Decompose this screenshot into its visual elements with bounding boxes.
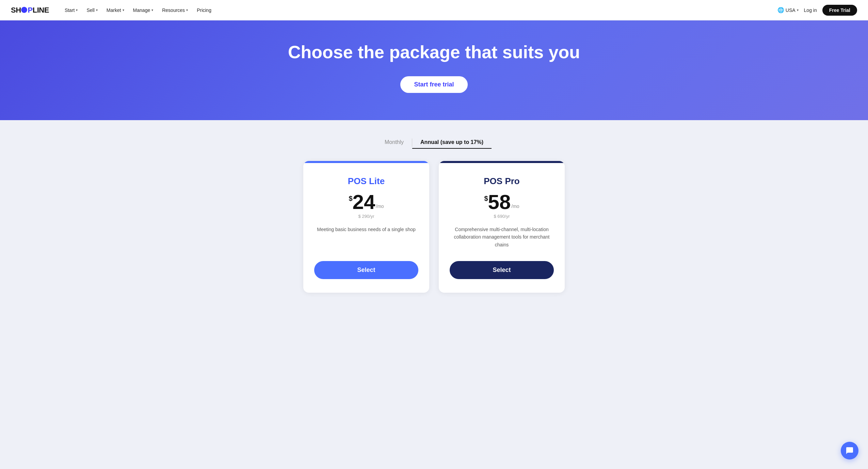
nav-sell[interactable]: Sell ▾ — [83, 5, 101, 15]
nav-start[interactable]: Start ▾ — [61, 5, 81, 15]
plan-pro-description: Comprehensive multi-channel, multi-locat… — [450, 226, 554, 250]
plan-lite-price: 24 — [353, 192, 375, 212]
nav-manage[interactable]: Manage ▾ — [130, 5, 157, 15]
plans-grid: POS Lite $ 24 /mo $ 290/yr Meeting basic… — [230, 161, 638, 293]
plan-lite-select-button[interactable]: Select — [314, 261, 418, 279]
plan-pro-name: POS Pro — [484, 176, 519, 187]
globe-icon: 🌐 — [777, 7, 784, 13]
annual-option[interactable]: Annual (save up to 17%) — [412, 136, 492, 149]
free-trial-button[interactable]: Free Trial — [822, 5, 857, 16]
chevron-down-icon: ▾ — [76, 8, 78, 12]
navbar: SHPLINE Start ▾ Sell ▾ Market ▾ Manage ▾… — [0, 0, 868, 20]
nav-resources[interactable]: Resources ▾ — [159, 5, 191, 15]
nav-pricing[interactable]: Pricing — [193, 5, 215, 15]
plan-pro-select-button[interactable]: Select — [450, 261, 554, 279]
plan-lite-description: Meeting basic business needs of a single… — [317, 226, 416, 250]
login-button[interactable]: Log in — [804, 7, 817, 13]
hero-section: Choose the package that suits you Start … — [0, 20, 868, 120]
plan-card-lite: POS Lite $ 24 /mo $ 290/yr Meeting basic… — [303, 161, 429, 293]
logo-text: SHPLINE — [11, 6, 49, 15]
plan-pro-currency: $ — [484, 195, 488, 203]
nav-market[interactable]: Market ▾ — [103, 5, 128, 15]
logo-icon — [21, 7, 27, 13]
plan-pro-period: /mo — [511, 204, 519, 209]
nav-links: Start ▾ Sell ▾ Market ▾ Manage ▾ Resourc… — [61, 5, 777, 15]
plan-lite-currency: $ — [349, 195, 352, 203]
plan-lite-price-row: $ 24 /mo — [349, 192, 384, 212]
chevron-down-icon: ▾ — [96, 8, 98, 12]
chevron-down-icon: ▾ — [797, 8, 799, 12]
plan-lite-name: POS Lite — [348, 176, 385, 187]
chevron-down-icon: ▾ — [123, 8, 124, 12]
pricing-section: Monthly Annual (save up to 17%) POS Lite… — [0, 120, 868, 314]
chevron-down-icon: ▾ — [151, 8, 153, 12]
region-selector[interactable]: 🌐 USA ▾ — [777, 7, 799, 13]
hero-title: Choose the package that suits you — [281, 42, 587, 63]
plan-card-pro: POS Pro $ 58 /mo $ 690/yr Comprehensive … — [439, 161, 565, 293]
plan-lite-period: /mo — [376, 204, 384, 209]
plan-pro-price-row: $ 58 /mo — [484, 192, 519, 212]
plan-pro-annual: $ 690/yr — [494, 214, 510, 219]
nav-right: 🌐 USA ▾ Log in Free Trial — [777, 5, 857, 16]
plan-pro-price: 58 — [488, 192, 511, 212]
billing-toggle: Monthly Annual (save up to 17%) — [0, 136, 868, 149]
logo-highlight: P — [28, 6, 33, 14]
chevron-down-icon: ▾ — [186, 8, 188, 12]
start-free-trial-button[interactable]: Start free trial — [400, 76, 467, 93]
monthly-option[interactable]: Monthly — [376, 136, 412, 149]
plan-lite-annual: $ 290/yr — [358, 214, 374, 219]
logo[interactable]: SHPLINE — [11, 6, 49, 15]
